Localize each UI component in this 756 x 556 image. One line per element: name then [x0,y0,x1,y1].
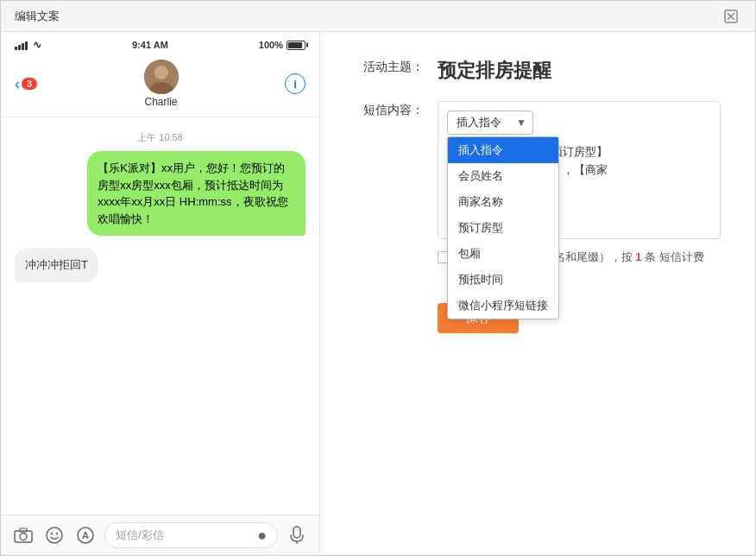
message-badge: 3 [22,78,37,90]
avatar [144,60,179,94]
right-panel: 活动主题： 预定排房提醒 短信内容： 插入指令 ▼ [320,32,755,555]
dropdown-item-2[interactable]: 商家名称 [448,189,558,215]
svg-point-9 [47,528,62,543]
sms-content-row: 短信内容： 插入指令 ▼ 插入指令 [355,101,721,265]
message-timestamp: 上午 10:58 [15,131,306,144]
emoji-icon[interactable] [42,523,66,547]
sms-content-label: 短信内容： [355,101,424,118]
phone-screen: ∿ 9:41 AM 100% ‹ 3 [1,32,319,555]
messages-area: 上午 10:58 【乐K派对】xx用户，您好！您预订的房型xx房型xxx包厢，预… [1,117,319,515]
status-left: ∿ [15,39,41,51]
svg-point-11 [56,533,58,534]
dropdown-menu: 插入指令 会员姓名 商家名称 预订房型 包厢 预抵时间 微信小程序短链接 [447,136,559,319]
svg-text:A: A [82,530,89,540]
insert-dropdown-label: 插入指令 [457,116,501,129]
appstore-icon[interactable]: A [73,523,98,547]
chat-toolbar: A 短信/彩信 ● [1,515,319,555]
back-button[interactable]: ‹ 3 [15,76,37,92]
status-time: 9:41 AM [132,40,168,50]
voice-icon[interactable] [285,523,309,547]
signal-bar-3 [22,43,24,50]
signal-bars-icon [15,40,28,50]
dropdown-item-1[interactable]: 会员姓名 [448,163,558,189]
status-bar: ∿ 9:41 AM 100% [1,32,319,54]
info-button[interactable]: i [285,73,306,94]
activity-title: 预定排房提醒 [438,58,551,84]
sms-count-number: 1 [635,250,641,263]
svg-rect-14 [293,527,300,538]
activity-label: 活动主题： [355,58,424,75]
back-chevron-icon: ‹ [15,76,20,92]
svg-point-10 [51,533,53,534]
message-text-out: 【乐K派对】xx用户，您好！您预订的房型xx房型xxx包厢，预计抵达时间为xxx… [98,161,287,225]
dropdown-item-0[interactable]: 插入指令 [448,137,558,163]
sms-input[interactable]: 短信/彩信 ● [104,522,278,548]
message-bubble-out: 【乐K派对】xx用户，您好！您预订的房型xx房型xxx包厢，预计抵达时间为xxx… [87,151,306,236]
dropdown-container: 插入指令 ▼ 插入指令 会员姓名 商家名称 预订房型 包厢 [447,111,533,135]
sms-content-area: 插入指令 ▼ 插入指令 会员姓名 商家名称 预订房型 包厢 [438,101,721,265]
sms-input-placeholder: 短信/彩信 [116,528,164,543]
phone-panel: ∿ 9:41 AM 100% ‹ 3 [1,32,320,555]
title-bar: 编辑文案 [1,1,755,32]
contact-name: Charlie [144,96,177,108]
camera-icon[interactable] [11,523,35,547]
battery-container: 100% [259,40,306,50]
battery-fill [288,42,302,48]
svg-point-4 [154,66,168,79]
dropdown-item-5[interactable]: 预抵时间 [448,267,558,293]
message-bubble-in: 冲冲冲拒回T [15,248,98,282]
battery-percent: 100% [259,40,283,50]
activity-row: 活动主题： 预定排房提醒 [355,58,721,84]
insert-dropdown-wrapper: 插入指令 ▼ 插入指令 会员姓名 商家名称 预订房型 包厢 [447,111,711,135]
message-text-in: 冲冲冲拒回T [25,258,88,271]
signal-bar-4 [25,41,28,50]
main-window: 编辑文案 [0,0,756,556]
avatar-container: Charlie [144,60,179,108]
svg-rect-8 [20,528,27,532]
sms-content-wrapper: 插入指令 ▼ 插入指令 会员姓名 商家名称 预订房型 包厢 [438,101,721,239]
signal-bar-1 [15,47,17,50]
window-title: 编辑文案 [15,9,60,24]
message-row-in: 冲冲冲拒回T [15,248,306,289]
signal-bar-2 [18,45,21,50]
main-content: ∿ 9:41 AM 100% ‹ 3 [1,32,755,555]
chat-header: ‹ 3 Charlie i [1,54,319,117]
mic-icon: ● [257,527,267,545]
wifi-icon: ∿ [33,39,41,51]
message-row-out: 【乐K派对】xx用户，您好！您预订的房型xx房型xxx包厢，预计抵达时间为xxx… [15,151,306,243]
close-button[interactable] [721,6,741,27]
insert-dropdown[interactable]: 插入指令 [447,111,533,135]
battery-icon [287,41,306,50]
dropdown-item-6[interactable]: 微信小程序短链接 [448,293,558,319]
svg-point-7 [20,534,27,540]
dropdown-item-4[interactable]: 包厢 [448,241,558,267]
dropdown-item-3[interactable]: 预订房型 [448,215,558,241]
